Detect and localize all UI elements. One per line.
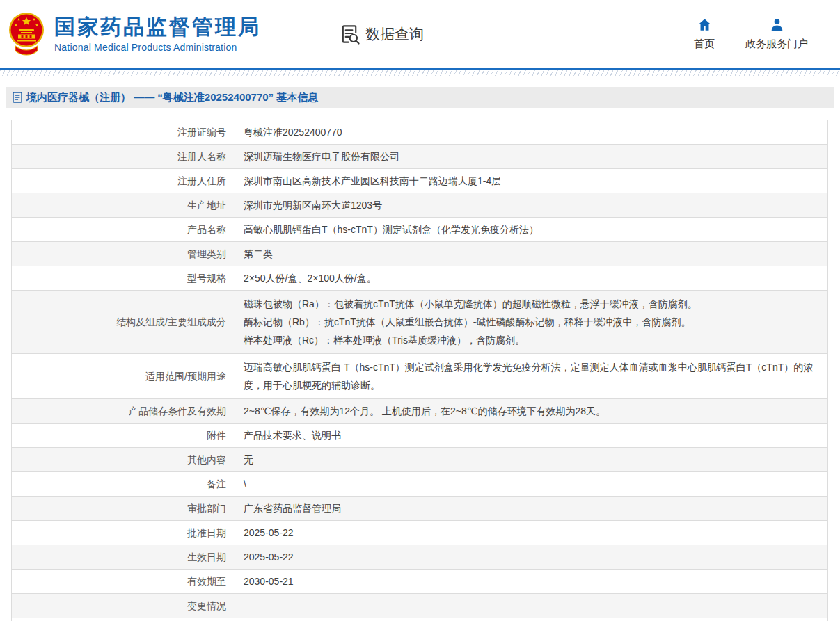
row-label: 备注 xyxy=(207,478,226,490)
document-icon xyxy=(13,92,22,103)
row-value: 第二类 xyxy=(235,242,828,266)
row-label-cell: 备注 xyxy=(12,472,235,497)
table-row: 生效日期 2025-05-22 xyxy=(12,545,828,570)
nav-portal[interactable]: 政务服务门户 xyxy=(745,17,808,51)
row-label: 审批部门 xyxy=(187,503,226,514)
row-value: 深圳迈瑞生物医疗电子股份有限公司 xyxy=(235,145,828,169)
table-row: 注册人住所 深圳市南山区高新技术产业园区科技南十二路迈瑞大厦1-4层 xyxy=(12,169,828,193)
row-label-cell: 有效期至 xyxy=(12,570,235,594)
row-label: 其他内容 xyxy=(187,454,226,465)
row-label: 结构及组成/主要组成成分 xyxy=(116,316,226,328)
row-label-cell: 其他内容 xyxy=(12,448,235,472)
nav-home-label: 首页 xyxy=(694,38,715,51)
row-value: 2~8℃保存，有效期为12个月。 上机使用后，在2~8℃的储存环境下有效期为28… xyxy=(235,399,828,424)
row-label-cell: 注册人名称 xyxy=(12,145,235,169)
row-label: 管理类别 xyxy=(187,248,226,259)
table-row: 产品储存条件及有效期 2~8℃保存，有效期为12个月。 上机使用后，在2~8℃的… xyxy=(12,399,828,424)
row-value: \ xyxy=(235,472,828,497)
doc-search-icon xyxy=(339,24,360,45)
table-row: 适用范围/预期用途 迈瑞高敏心肌肌钙蛋白 T（hs-cTnT）测定试剂盒采用化学… xyxy=(12,354,828,399)
row-label-cell: 产品储存条件及有效期 xyxy=(12,399,235,424)
table-row: 注册证编号 粤械注准20252400770 xyxy=(12,120,828,145)
site-subtitle: National Medical Products Administration xyxy=(54,42,261,53)
row-label: 产品名称 xyxy=(187,224,226,235)
row-value: 粤械注准20252400770 xyxy=(235,120,828,145)
header-nav: 首页 政务服务门户 xyxy=(694,17,840,51)
brand: 国家药品监督管理局 National Medical Products Admi… xyxy=(7,11,261,57)
hatch-band xyxy=(0,70,840,76)
row-label: 注册人名称 xyxy=(177,151,226,162)
row-value: 广东省药品监督管理局 xyxy=(235,497,828,521)
table-row: 其他内容 无 xyxy=(12,448,828,472)
row-label-cell: 适用范围/预期用途 xyxy=(12,354,235,399)
table-row: 批准日期 2025-05-22 xyxy=(12,521,828,545)
row-label: 适用范围/预期用途 xyxy=(145,371,226,382)
table-row: 有效期至 2030-05-21 xyxy=(12,570,828,594)
row-value xyxy=(235,594,828,618)
row-label-cell: 结构及组成/主要组成成分 xyxy=(12,291,235,354)
row-label: 有效期至 xyxy=(187,576,226,587)
data-query-label: 数据查询 xyxy=(365,24,424,44)
nav-home[interactable]: 首页 xyxy=(694,17,715,51)
row-label-cell: 管理类别 xyxy=(12,242,235,266)
row-value: 2025-05-22 xyxy=(235,521,828,545)
user-icon xyxy=(769,17,785,33)
row-label-cell: 产品名称 xyxy=(12,218,235,242)
row-value: 迈瑞高敏心肌肌钙蛋白 T（hs-cTnT）测定试剂盒采用化学发光免疫分析法，定量… xyxy=(235,354,828,399)
site-header: 国家药品监督管理局 National Medical Products Admi… xyxy=(0,0,840,68)
row-label-cell: 变更情况 xyxy=(12,594,235,618)
row-value: 产品技术要求、说明书 xyxy=(235,424,828,448)
row-label: 生产地址 xyxy=(187,200,226,211)
table-row: 备注 \ xyxy=(12,472,828,497)
info-table: 注册证编号 粤械注准20252400770 注册人名称 深圳迈瑞生物医疗电子股份… xyxy=(11,120,828,621)
row-label: 注册人住所 xyxy=(177,175,226,186)
row-value: 无 xyxy=(235,448,828,472)
table-row: 管理类别 第二类 xyxy=(12,242,828,266)
row-label-cell: 注册证编号 xyxy=(12,120,235,145)
row-value: 2×50人份/盒、2×100人份/盒。 xyxy=(235,266,828,291)
row-label: 注册证编号 xyxy=(177,127,226,138)
breadcrumb: 境内医疗器械（注册） —— “粤械注准20252400770” 基本信息 xyxy=(6,87,834,108)
row-label: 附件 xyxy=(207,430,226,441)
row-label-cell: 型号规格 xyxy=(12,266,235,291)
nav-portal-label: 政务服务门户 xyxy=(745,38,808,51)
row-value: 高敏心肌肌钙蛋白T（hs-cTnT）测定试剂盒（化学发光免疫分析法） xyxy=(235,218,828,242)
table-row: 附件 产品技术要求、说明书 xyxy=(12,424,828,448)
row-label: 变更情况 xyxy=(187,600,226,611)
row-label-cell: 生效日期 xyxy=(12,545,235,570)
breadcrumb-text: 境内医疗器械（注册） —— “粤械注准20252400770” 基本信息 xyxy=(26,91,318,104)
row-label: 型号规格 xyxy=(187,273,226,284)
row-label-cell: 批准日期 xyxy=(12,521,235,545)
info-table-body: 注册证编号 粤械注准20252400770 注册人名称 深圳迈瑞生物医疗电子股份… xyxy=(12,120,828,621)
row-value: 2030-05-21 xyxy=(235,570,828,594)
title-block: 国家药品监督管理局 National Medical Products Admi… xyxy=(54,15,261,54)
row-label: 产品储存条件及有效期 xyxy=(129,405,226,417)
row-label: 生效日期 xyxy=(187,551,226,563)
table-row: 产品名称 高敏心肌肌钙蛋白T（hs-cTnT）测定试剂盒（化学发光免疫分析法） xyxy=(12,218,828,242)
table-row: 生产地址 深圳市光明新区南环大道1203号 xyxy=(12,193,828,218)
row-value: 2025-05-22 xyxy=(235,545,828,570)
row-value: 深圳市南山区高新技术产业园区科技南十二路迈瑞大厦1-4层 xyxy=(235,169,828,193)
home-icon xyxy=(697,17,713,33)
table-row: 变更情况 xyxy=(12,594,828,618)
table-row: 注册人名称 深圳迈瑞生物医疗电子股份有限公司 xyxy=(12,145,828,169)
row-label-cell: 注册人住所 xyxy=(12,169,235,193)
site-title: 国家药品监督管理局 xyxy=(54,15,261,40)
table-row: 结构及组成/主要组成成分 磁珠包被物（Ra）：包被着抗cTnT抗体（小鼠单克隆抗… xyxy=(12,291,828,354)
row-label-cell: 审批部门 xyxy=(12,497,235,521)
row-label-cell: 注 xyxy=(12,618,235,621)
row-value: 磁珠包被物（Ra）：包被着抗cTnT抗体（小鼠单克隆抗体）的超顺磁性微粒，悬浮于… xyxy=(235,291,828,354)
table-row: 型号规格 2×50人份/盒、2×100人份/盒。 xyxy=(12,266,828,291)
data-query-section[interactable]: 数据查询 xyxy=(339,24,424,45)
national-emblem-logo xyxy=(7,11,46,57)
table-row: 注 详情 xyxy=(12,618,828,621)
table-row: 审批部门 广东省药品监督管理局 xyxy=(12,497,828,521)
row-label-cell: 生产地址 xyxy=(12,193,235,218)
row-label-cell: 附件 xyxy=(12,424,235,448)
row-value: 详情 xyxy=(235,618,828,621)
row-value: 深圳市光明新区南环大道1203号 xyxy=(235,193,828,218)
row-label: 批准日期 xyxy=(187,527,226,538)
